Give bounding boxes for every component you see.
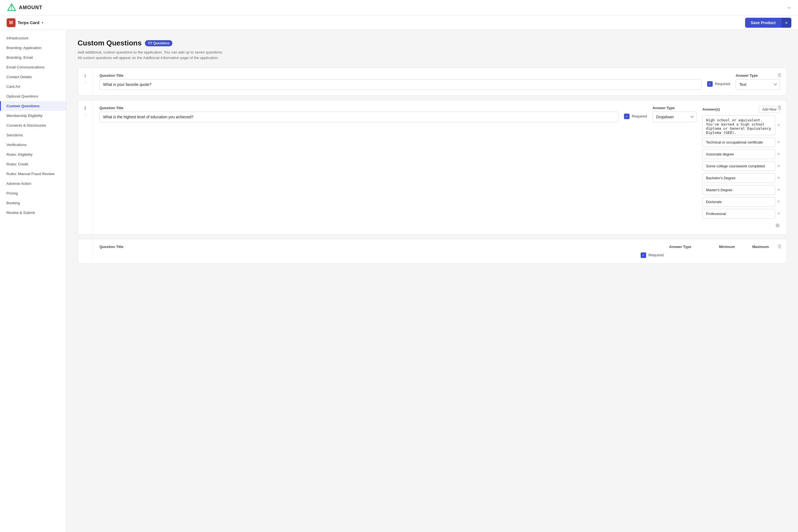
logout-icon[interactable]: →	[786, 4, 791, 11]
required-label-1: Required	[715, 82, 730, 86]
product-selector[interactable]: M Terps Card ▾	[7, 18, 43, 27]
sidebar-item-card-art[interactable]: Card Art	[0, 82, 66, 92]
answer-type-label-3: Answer Type	[669, 245, 714, 249]
question-card-2: 2 ∷ Question Title ✓ Required Answer Typ…	[78, 100, 787, 234]
drag-handle-2[interactable]: ∷	[84, 113, 87, 118]
answer-remove-2-3[interactable]: ×	[778, 164, 780, 168]
sidebar-item-branding--application[interactable]: Branding: Application	[0, 43, 66, 53]
amount-logo-icon	[7, 3, 17, 13]
sidebar-item-branding--email[interactable]: Branding: Email	[0, 53, 66, 62]
sidebar-item-verifications[interactable]: Verifications	[0, 140, 66, 150]
question-card-1: 1 ∷ Question Title ✓ Required Answer Typ…	[78, 68, 787, 96]
sidebar-item-rules--credit[interactable]: Rules: Credit	[0, 159, 66, 169]
delete-question-2[interactable]: 🗑	[777, 105, 782, 111]
answer-type-label-2: Answer Type	[652, 106, 697, 110]
required-checkbox-1[interactable]: ✓	[707, 81, 712, 87]
card-fields-row-1: Question Title ✓ Required Answer Type Te…	[99, 73, 780, 90]
app-name: AMOUNT	[19, 5, 42, 11]
question-title-group-2: Question Title	[99, 106, 619, 122]
main-content: Custom Questions 7/7 Questions Add addit…	[66, 30, 798, 532]
answer-input-2-5[interactable]	[702, 185, 775, 195]
answer-input-2-7[interactable]	[702, 209, 775, 218]
sidebar-item-membership-eligibility[interactable]: Membership Eligibility	[0, 111, 66, 120]
sidebar-item-adverse-action[interactable]: Adverse Action	[0, 179, 66, 188]
add-new-button-2[interactable]: Add New	[759, 106, 780, 113]
answer-remove-2-0[interactable]: ×	[778, 123, 780, 128]
required-label-2: Required	[632, 114, 647, 118]
sidebar-item-email-communications[interactable]: Email Communications	[0, 62, 66, 72]
answer-input-2-1[interactable]	[702, 137, 775, 147]
sidebar-item-optional-questions[interactable]: Optional Questions	[0, 92, 66, 101]
answer-input-2-3[interactable]	[702, 161, 775, 171]
card-body-3: Question Title ✓ Required Answer Type Mi…	[93, 239, 787, 264]
question-title-label-1: Question Title	[99, 73, 702, 78]
save-product-main-button[interactable]: Save Product	[745, 18, 781, 28]
answer-item-2-4: ×	[702, 173, 780, 183]
maximum-group-3: Maximum	[752, 245, 780, 249]
question-title-group-1: Question Title	[99, 73, 702, 90]
page-header: Custom Questions 7/7 Questions	[78, 39, 787, 48]
answer-type-group-3: Answer Type	[669, 245, 714, 249]
answer-type-group-1: Answer Type Text Dropdown Number	[736, 73, 780, 90]
required-checkbox-2[interactable]: ✓	[624, 114, 629, 119]
sidebar-item-contact-details[interactable]: Contact Details	[0, 72, 66, 82]
card-number-col-3	[78, 239, 93, 264]
answer-remove-2-2[interactable]: ×	[778, 152, 780, 156]
question-title-label-3: Question Title	[99, 245, 635, 249]
answer-type-label-1: Answer Type	[736, 73, 780, 78]
question-number-1: 1	[84, 73, 87, 78]
answers-label-2: Answer(s)	[702, 107, 720, 111]
sidebar-item-review---submit[interactable]: Review & Submit	[0, 208, 66, 217]
drag-handle-1[interactable]: ∷	[84, 80, 87, 86]
answer-input-2-6[interactable]	[702, 197, 775, 207]
minimum-group-3: Minimum	[719, 245, 747, 249]
answer-item-2-7: ×	[702, 209, 780, 218]
question-title-input-2[interactable]	[99, 112, 619, 122]
answer-type-select-1[interactable]: Text Dropdown Number	[736, 79, 780, 90]
top-nav-right: →	[786, 4, 791, 11]
card-number-col-1: 1 ∷	[78, 68, 93, 95]
delete-question-1[interactable]: 🗑	[777, 72, 782, 78]
question-card-3: Question Title ✓ Required Answer Type Mi…	[78, 239, 787, 264]
sidebar-item-consents---disclosures[interactable]: Consents & Disclosures	[0, 120, 66, 130]
maximum-label-3: Maximum	[752, 245, 780, 249]
chevron-down-icon: ▾	[41, 21, 43, 25]
answer-type-select-2[interactable]: Text Dropdown Number	[652, 112, 697, 122]
answer-remove-2-6[interactable]: ×	[778, 200, 780, 204]
answer-item-2-3: ×	[702, 161, 780, 171]
sidebar-item-rules--eligibility[interactable]: Rules: Eligibility	[0, 150, 66, 159]
answers-header-2: Answer(s) Add New	[702, 106, 780, 113]
question-title-input-1[interactable]	[99, 79, 702, 90]
card-fields-row-2: Question Title ✓ Required Answer Type Te…	[99, 106, 780, 229]
answer-remove-2-4[interactable]: ×	[778, 176, 780, 180]
answer-input-2-0[interactable]: High school or equivalent. You've earned…	[702, 115, 775, 135]
sidebar-item-pricing[interactable]: Pricing	[0, 188, 66, 198]
page-title: Custom Questions	[78, 39, 141, 48]
question-title-label-2: Question Title	[99, 106, 619, 110]
card-number-col-2: 2 ∷	[78, 100, 93, 234]
answer-input-2-2[interactable]	[702, 149, 775, 159]
sidebar-item-sanctions[interactable]: Sanctions	[0, 130, 66, 140]
sidebar-item-custom-questions[interactable]: Custom Questions	[0, 101, 66, 111]
answer-remove-2-7[interactable]: ×	[778, 211, 780, 216]
required-checkbox-3[interactable]: ✓	[641, 252, 646, 258]
description-line2: All custom questions will appear on the …	[78, 56, 219, 60]
top-nav: AMOUNT →	[0, 0, 798, 16]
save-product-icon-button[interactable]: ≡	[781, 18, 791, 28]
answer-item-2-6: ×	[702, 197, 780, 207]
product-icon: M	[7, 18, 16, 27]
answer-item-2-1: ×	[702, 137, 780, 147]
main-layout: InfrastructureBranding: ApplicationBrand…	[0, 30, 798, 532]
sidebar-item-booking[interactable]: Booking	[0, 198, 66, 208]
delete-question-3[interactable]: 🗑	[777, 244, 782, 249]
answer-remove-2-5[interactable]: ×	[778, 188, 780, 192]
sidebar-item-rules--manual-fraud-review[interactable]: Rules: Manual Fraud Review	[0, 169, 66, 179]
card-body-1: Question Title ✓ Required Answer Type Te…	[93, 68, 787, 95]
question-title-group-3: Question Title	[99, 245, 635, 249]
answer-remove-2-1[interactable]: ×	[778, 140, 780, 144]
required-check-2: ✓ Required	[624, 106, 647, 119]
required-check-1: ✓ Required	[707, 73, 730, 87]
sidebar-item-infrastructure[interactable]: Infrastructure	[0, 33, 66, 43]
answer-input-2-4[interactable]	[702, 173, 775, 183]
add-answer-circle-icon[interactable]: ⊕	[702, 222, 780, 229]
